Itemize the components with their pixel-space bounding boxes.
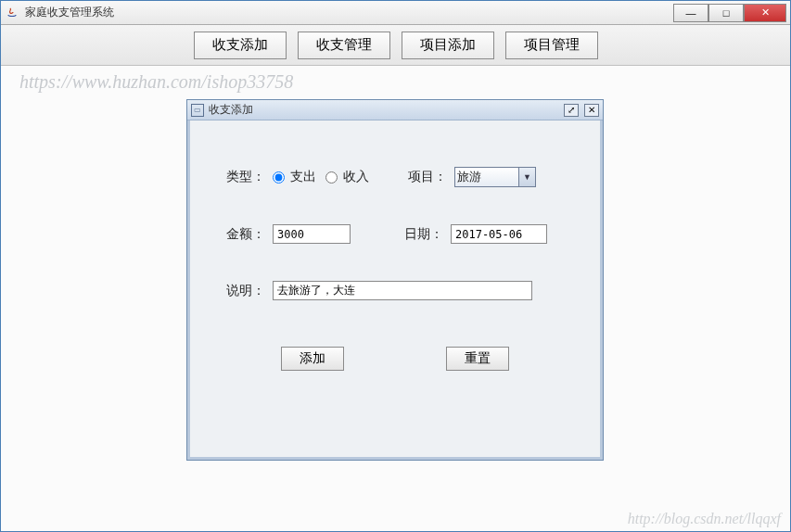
radio-expense[interactable] bbox=[273, 171, 285, 184]
form-body: 类型： 支出 收入 项目： 旅游 ▼ 金额： bbox=[187, 120, 603, 460]
description-input[interactable] bbox=[273, 281, 532, 300]
radio-income[interactable] bbox=[325, 171, 338, 184]
radio-income-label: 收入 bbox=[343, 169, 369, 185]
close-button[interactable]: ✕ bbox=[744, 4, 786, 22]
type-radio-group: 支出 收入 bbox=[273, 169, 369, 185]
reset-button[interactable]: 重置 bbox=[446, 347, 509, 371]
date-label: 日期： bbox=[391, 226, 443, 243]
date-input[interactable] bbox=[451, 224, 547, 244]
project-label: 项目： bbox=[395, 169, 447, 185]
project-combo[interactable]: 旅游 ▼ bbox=[454, 167, 536, 187]
add-transaction-button[interactable]: 收支添加 bbox=[194, 32, 287, 59]
internal-frame-icon: ▭ bbox=[191, 104, 204, 117]
internal-frame-titlebar[interactable]: ▭ 收支添加 ⤢ ✕ bbox=[187, 100, 603, 120]
row-type-project: 类型： 支出 收入 项目： 旅游 ▼ bbox=[213, 167, 577, 187]
add-project-button[interactable]: 项目添加 bbox=[402, 32, 494, 59]
row-description: 说明： bbox=[213, 281, 577, 300]
watermark-top: https://www.huzhan.com/ishop33758 bbox=[19, 71, 293, 93]
button-row: 添加 重置 bbox=[213, 347, 577, 371]
manage-project-button[interactable]: 项目管理 bbox=[505, 32, 598, 59]
type-label: 类型： bbox=[213, 169, 265, 185]
internal-frame-close-button[interactable]: ✕ bbox=[584, 104, 599, 117]
java-icon bbox=[5, 6, 19, 20]
client-area: https://www.huzhan.com/ishop33758 http:/… bbox=[1, 66, 790, 531]
window-titlebar: 家庭收支管理系统 — □ ✕ bbox=[1, 1, 790, 25]
row-amount-date: 金额： 日期： bbox=[213, 224, 577, 244]
add-button[interactable]: 添加 bbox=[281, 347, 344, 371]
internal-frame-add-transaction: ▭ 收支添加 ⤢ ✕ 类型： 支出 收入 项目： bbox=[186, 99, 604, 461]
description-label: 说明： bbox=[213, 283, 265, 299]
main-toolbar: 收支添加 收支管理 项目添加 项目管理 bbox=[1, 25, 790, 66]
radio-expense-label: 支出 bbox=[290, 169, 316, 185]
window-buttons: — □ ✕ bbox=[673, 4, 786, 22]
manage-transaction-button[interactable]: 收支管理 bbox=[298, 32, 390, 59]
window-title: 家庭收支管理系统 bbox=[25, 5, 673, 20]
internal-frame-maximize-button[interactable]: ⤢ bbox=[564, 104, 579, 117]
minimize-button[interactable]: — bbox=[673, 4, 708, 22]
maximize-button[interactable]: □ bbox=[708, 4, 744, 22]
amount-label: 金额： bbox=[213, 226, 265, 243]
app-window: 家庭收支管理系统 — □ ✕ 收支添加 收支管理 项目添加 项目管理 https… bbox=[0, 0, 791, 532]
project-combo-value: 旅游 bbox=[457, 169, 481, 185]
watermark-bottom: http://blog.csdn.net/llqqxf bbox=[628, 511, 781, 527]
amount-input[interactable] bbox=[273, 224, 351, 244]
internal-frame-title: 收支添加 bbox=[209, 102, 564, 118]
chevron-down-icon: ▼ bbox=[518, 168, 535, 186]
